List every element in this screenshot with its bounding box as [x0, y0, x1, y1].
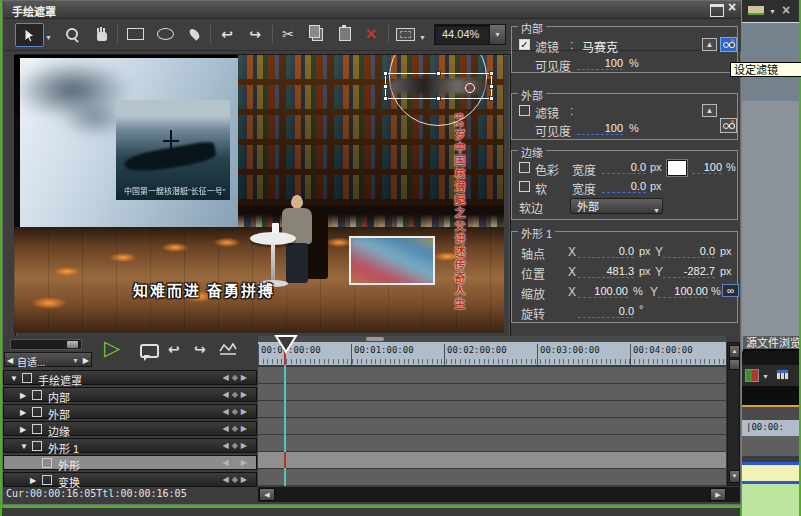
source-browser-tab[interactable]: 源文件浏览 [743, 336, 801, 351]
track-header-外部[interactable]: ▶外部◀◆▶ [3, 404, 257, 419]
comment-button[interactable] [140, 344, 159, 358]
outer-animate-button[interactable]: ▲ [702, 104, 717, 117]
next-keyframe-icon[interactable]: ▶ [241, 407, 250, 416]
track-header-外形[interactable]: 外形◀◆▶ [3, 455, 257, 470]
scroll-left-button[interactable]: ◀ [259, 488, 275, 501]
close-button[interactable]: × [728, 2, 736, 13]
transition-icon[interactable] [745, 369, 759, 382]
timeline-lane-外部[interactable] [258, 400, 726, 417]
undo-keyframe-button[interactable]: ↩ [168, 342, 180, 356]
track-header-内部[interactable]: ▶内部◀◆▶ [3, 387, 257, 402]
title-bar[interactable]: 手绘遮罩 × [4, 1, 741, 19]
mini-scroll-thumb[interactable] [366, 337, 384, 341]
outer-setup-filter-button[interactable] [720, 118, 737, 133]
selection-handle[interactable] [489, 71, 494, 76]
horizontal-scrollbar[interactable]: ◀ ▶ [258, 487, 740, 502]
prev-keyframe-icon[interactable]: ◀ [223, 407, 232, 416]
add-keyframe-icon[interactable]: ◆ [232, 458, 241, 467]
prev-keyframe-icon[interactable]: ◀ [223, 373, 232, 382]
playhead-marker[interactable] [274, 334, 298, 354]
inner-animate-button[interactable]: ▲ [702, 38, 717, 51]
undo-button[interactable]: ↩ [215, 23, 239, 45]
outer-visibility-value[interactable]: 100 [577, 122, 623, 135]
selection-handle[interactable] [436, 71, 441, 76]
track-header-边缘[interactable]: ▶边缘◀◆▶ [3, 421, 257, 436]
next-keyframe-icon[interactable]: ▶ [241, 424, 250, 433]
copy-button[interactable] [305, 23, 329, 45]
zoom-level-combo[interactable]: 44.04% ▼ [434, 24, 506, 45]
timeline-lane-变换[interactable] [258, 468, 726, 485]
scale-link-toggle[interactable]: ∞ [722, 284, 739, 297]
keyframe-nav[interactable]: ◀◆▶ [223, 458, 250, 467]
timeline-lane-外形 1[interactable] [258, 434, 726, 451]
maximize-button[interactable] [710, 4, 724, 17]
play-button[interactable]: ▷ [104, 336, 120, 360]
track-header-外形 1[interactable]: ▼外形 1◀◆▶ [3, 438, 257, 453]
redo-keyframe-button[interactable]: ↪ [194, 342, 206, 356]
add-keyframe-icon[interactable]: ◆ [232, 475, 241, 484]
edge-soft-width-value[interactable]: 0.0 [602, 180, 646, 193]
timeline-ruler[interactable]: 00:00:00:0000:01:00:0000:02:00:0000:03:0… [258, 342, 726, 365]
scroll-thumb[interactable] [729, 359, 740, 370]
next-keyframe-icon[interactable]: ▶ [241, 475, 250, 484]
track-enable-checkbox[interactable] [32, 390, 42, 400]
shape-scale-y-value[interactable]: 100.00 [658, 285, 708, 298]
prev-keyframe-icon[interactable]: ◀ [223, 424, 232, 433]
slider-handle[interactable] [67, 341, 78, 348]
close-tool-icon[interactable]: × [782, 2, 790, 18]
add-keyframe-icon[interactable]: ◆ [232, 407, 241, 416]
keyframe-nav[interactable]: ◀◆▶ [223, 475, 250, 484]
prev-keyframe-icon[interactable]: ◀ [223, 475, 232, 484]
mask-selection-rect[interactable] [385, 73, 492, 99]
collapse-icon[interactable]: ▼ [10, 374, 18, 383]
selection-anchor-circle[interactable] [465, 83, 475, 93]
expand-icon[interactable]: ▶ [20, 408, 26, 417]
timeline-lane-手绘遮罩[interactable] [258, 366, 726, 383]
layers-icon[interactable] [748, 6, 764, 15]
curve-editor-button[interactable] [218, 342, 238, 360]
prev-keyframe-icon[interactable]: ◀ [223, 458, 232, 467]
keyframe-nav[interactable]: ◀◆▶ [223, 441, 250, 450]
hand-tool-button[interactable] [90, 23, 114, 45]
shape-pivot-x-value[interactable]: 0.0 [578, 245, 634, 258]
track-enable-checkbox[interactable] [22, 373, 32, 383]
shape-pivot-y-value[interactable]: 0.0 [663, 245, 715, 258]
inner-visibility-value[interactable]: 100 [577, 57, 623, 70]
softedge-dropdown[interactable]: 外部 ▼ [570, 198, 663, 214]
edge-color-width-value[interactable]: 0.0 [602, 161, 646, 174]
fit-view-button[interactable] [393, 23, 417, 45]
expand-icon[interactable]: ▶ [30, 476, 36, 485]
keyframe-nav[interactable]: ◀◆▶ [223, 390, 250, 399]
chevron-down-icon[interactable]: ▼ [769, 8, 776, 15]
track-header-手绘遮罩[interactable]: ▼手绘遮罩◀◆▶ [3, 370, 257, 385]
next-keyframe-icon[interactable]: ▶ [241, 441, 250, 450]
select-tool-button[interactable] [15, 23, 44, 47]
next-keyframe-icon[interactable]: ▶ [241, 390, 250, 399]
scroll-up-button[interactable]: ▲ [729, 345, 740, 358]
combo-right-arrow-icon[interactable]: ▶ [83, 356, 89, 365]
edge-opacity-value[interactable]: 100 [692, 161, 722, 174]
selection-handle[interactable] [489, 84, 494, 89]
fit-view-dropdown-icon[interactable]: ▼ [419, 34, 426, 41]
edge-color-checkbox[interactable] [519, 162, 530, 173]
grid-view-icon[interactable] [776, 369, 789, 380]
paste-button[interactable] [333, 23, 357, 45]
selection-handle[interactable] [383, 96, 388, 101]
timeline-zoom-slider[interactable] [10, 339, 82, 350]
keyframe-nav[interactable]: ◀◆▶ [223, 424, 250, 433]
track-header-变换[interactable]: ▶变换◀◆▶ [3, 472, 257, 487]
collapse-icon[interactable]: ▼ [20, 442, 28, 451]
combo-left-arrow-icon[interactable]: ◀ [7, 356, 13, 365]
chevron-down-icon[interactable]: ▼ [762, 373, 769, 380]
mosaic-region-box[interactable] [349, 236, 435, 285]
delete-button[interactable]: × [359, 23, 383, 45]
selection-handle[interactable] [383, 84, 388, 89]
add-keyframe-icon[interactable]: ◆ [232, 390, 241, 399]
expand-icon[interactable]: ▶ [20, 425, 26, 434]
select-tool-dropdown-icon[interactable]: ▼ [45, 34, 52, 41]
add-keyframe-icon[interactable]: ◆ [232, 373, 241, 382]
scroll-down-button[interactable]: ▼ [729, 470, 740, 483]
vertical-scrollbar[interactable]: ▲ ▼ [727, 342, 740, 486]
add-keyframe-icon[interactable]: ◆ [232, 424, 241, 433]
track-enable-checkbox[interactable] [42, 458, 52, 468]
